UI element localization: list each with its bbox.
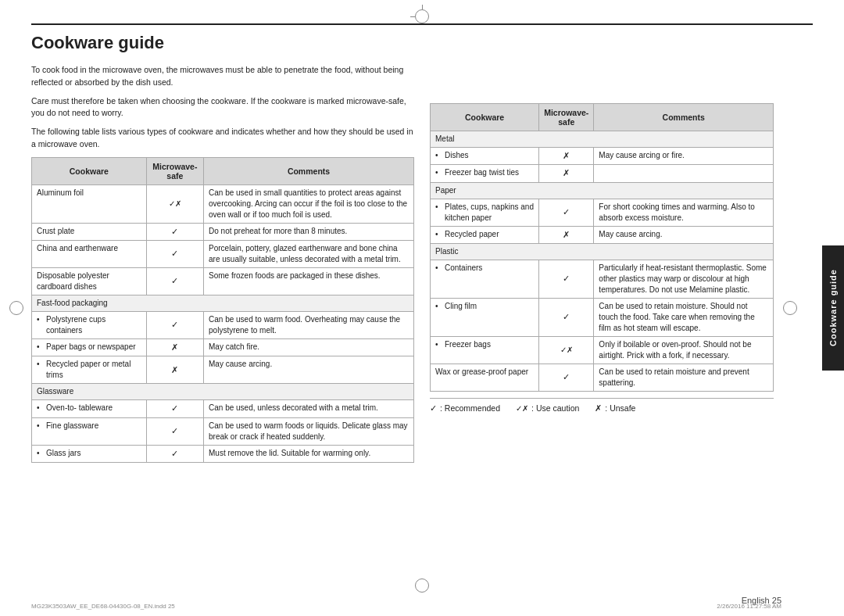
cookware-name: Disposable polyester cardboard dishes (32, 267, 147, 295)
recommended-label: : Recommended (440, 403, 500, 413)
comment: Can be used, unless decorated with a met… (204, 400, 414, 417)
footer-date: 2/26/2016 11:27:58 AM (717, 603, 781, 610)
table-row: •Oven-to- tableware ✓ Can be used, unles… (32, 400, 414, 417)
comment: May catch fire. (204, 338, 414, 356)
page-title: Cookware guide (31, 33, 813, 53)
side-tab: Cookware guide (822, 245, 844, 371)
left-column: To cook food in the microwave oven, the … (31, 64, 414, 463)
category-row: Paper (431, 182, 774, 199)
table-row: Crust plate ✓ Do not preheat for more th… (32, 223, 414, 240)
table-row: •Cling film ✓ Can be used to retain mois… (431, 299, 774, 337)
cookware-name: •Cling film (431, 299, 539, 337)
target-left-icon (9, 301, 23, 315)
content-wrapper: To cook food in the microwave oven, the … (31, 64, 813, 463)
comment (594, 165, 774, 182)
comment: Only if boilable or oven-proof. Should n… (594, 337, 774, 364)
table-row: •Plates, cups, napkins and kitchen paper… (431, 199, 774, 226)
table-row: •Glass jars ✓ Must remove the lid. Suita… (32, 445, 414, 462)
unsafe-symbol: ✗ (595, 403, 602, 413)
microwave-safe-symbol: ✓ (539, 299, 594, 337)
comment: Must remove the lid. Suitable for warmin… (204, 445, 414, 462)
microwave-safe-symbol: ✓ (539, 260, 594, 299)
comment: May cause arcing or fire. (594, 148, 774, 165)
comment: For short cooking times and warming. Als… (594, 199, 774, 226)
cookware-name: •Freezer bag twist ties (431, 165, 539, 182)
category-name: Glassware (32, 384, 414, 400)
microwave-safe-symbol: ✓ (146, 417, 203, 445)
cookware-name: China and earthenware (32, 240, 147, 267)
use-caution-symbol: ✓✗ (516, 404, 528, 413)
microwave-safe-symbol: ✗ (146, 338, 203, 356)
right-table: Cookware Microwave- safe Comments Metal … (430, 103, 774, 392)
cookware-name: •Containers (431, 260, 539, 299)
col-header-comments-r: Comments (594, 104, 774, 131)
legend-row: ✓ : Recommended ✓✗ : Use caution ✗ : Uns… (430, 398, 774, 413)
table-row: •Polystyrene cups containers ✓ Can be us… (32, 311, 414, 338)
comment: May cause arcing. (204, 356, 414, 384)
microwave-safe-symbol: ✓ (146, 267, 203, 295)
table-row: Disposable polyester cardboard dishes ✓ … (32, 267, 414, 295)
table-row: •Freezer bag twist ties ✗ (431, 165, 774, 182)
col-header-cookware-r: Cookware (431, 104, 539, 131)
cookware-name: •Freezer bags (431, 337, 539, 364)
comment: Particularly if heat-resistant thermopla… (594, 260, 774, 299)
target-bottom-icon (415, 578, 429, 593)
table-row: China and earthenware ✓ Porcelain, potte… (32, 240, 414, 267)
category-name: Metal (431, 131, 774, 148)
cookware-name: •Plates, cups, napkins and kitchen paper (431, 199, 539, 226)
cookware-name: •Recycled paper or metal trims (32, 356, 147, 384)
category-row: Fast-food packaging (32, 295, 414, 311)
cookware-name: Crust plate (32, 223, 147, 240)
microwave-safe-symbol: ✗ (539, 226, 594, 243)
col-header-microwave-safe-r: Microwave- safe (539, 104, 594, 131)
category-name: Plastic (431, 244, 774, 260)
table-row: •Containers ✓ Particularly if heat-resis… (431, 260, 774, 299)
cookware-name: •Polystyrene cups containers (32, 311, 147, 338)
cookware-name: •Fine glassware (32, 417, 147, 445)
microwave-safe-symbol: ✓ (539, 199, 594, 226)
use-caution-label: : Use caution (531, 403, 579, 413)
microwave-safe-symbol: ✓ (146, 223, 203, 240)
cookware-name: •Recycled paper (431, 226, 539, 243)
microwave-safe-symbol: ✓ (146, 445, 203, 462)
comment: May cause arcing. (594, 226, 774, 243)
cookware-name: •Glass jars (32, 445, 147, 462)
comment: Do not preheat for more than 8 minutes. (204, 223, 414, 240)
intro-p3: The following table lists various types … (31, 126, 414, 151)
target-top-icon (415, 9, 429, 23)
cookware-name: •Dishes (431, 148, 539, 165)
legend-use-caution: ✓✗ : Use caution (516, 403, 579, 413)
comment: Some frozen foods are packaged in these … (204, 267, 414, 295)
cookware-name: •Oven-to- tableware (32, 400, 147, 417)
cookware-name: •Paper bags or newspaper (32, 338, 147, 356)
category-row: Metal (431, 131, 774, 148)
table-row: Aluminum foil ✓✗ Can be used in small qu… (32, 184, 414, 223)
comment: Can be used to retain moisture. Should n… (594, 299, 774, 337)
table-row: •Paper bags or newspaper ✗ May catch fir… (32, 338, 414, 356)
footer-file: MG23K3503AW_EE_DE68-04430G-08_EN.indd 25 (31, 603, 175, 610)
microwave-safe-symbol: ✓ (146, 240, 203, 267)
right-column: Cookware Microwave- safe Comments Metal … (430, 64, 774, 463)
category-name: Fast-food packaging (32, 295, 414, 311)
category-row: Plastic (431, 244, 774, 260)
microwave-safe-symbol: ✗ (146, 356, 203, 384)
intro-p2: Care must therefore be taken when choosi… (31, 95, 414, 120)
table-row: Wax or grease-proof paper ✓ Can be used … (431, 364, 774, 392)
intro-p1: To cook food in the microwave oven, the … (31, 64, 414, 89)
comment: Can be used to warm food. Overheating ma… (204, 311, 414, 338)
microwave-safe-symbol: ✓✗ (146, 184, 203, 223)
table-row: •Fine glassware ✓ Can be used to warm fo… (32, 417, 414, 445)
col-header-comments: Comments (204, 157, 414, 184)
comment: Porcelain, pottery, glazed earthenware a… (204, 240, 414, 267)
cookware-name: Aluminum foil (32, 184, 147, 223)
microwave-safe-symbol: ✓ (146, 311, 203, 338)
cookware-name: Wax or grease-proof paper (431, 364, 539, 392)
microwave-safe-symbol: ✓ (146, 400, 203, 417)
col-header-cookware: Cookware (32, 157, 147, 184)
unsafe-label: : Unsafe (605, 403, 635, 413)
top-line (31, 23, 813, 25)
left-table: Cookware Microwave- safe Comments Alumin… (31, 157, 414, 464)
table-row: •Dishes ✗ May cause arcing or fire. (431, 148, 774, 165)
col-header-microwave-safe: Microwave- safe (146, 157, 203, 184)
microwave-safe-symbol: ✗ (539, 165, 594, 182)
